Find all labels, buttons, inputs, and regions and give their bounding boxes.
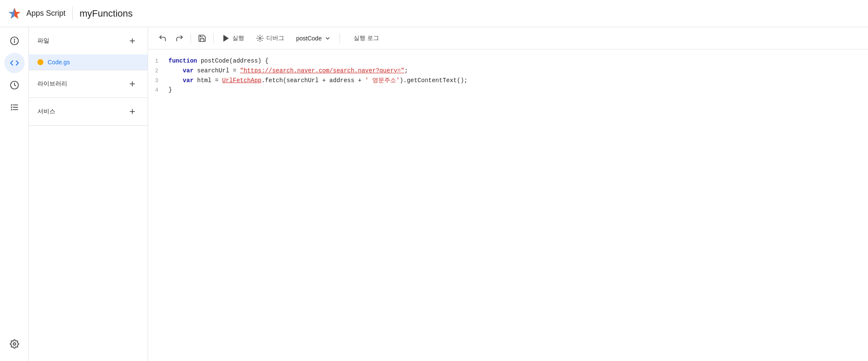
toolbar: 실행 디버그 postCode 실행 로그 bbox=[148, 27, 868, 49]
toolbar-divider-1 bbox=[191, 33, 191, 43]
log-button[interactable]: 실행 로그 bbox=[347, 31, 386, 46]
editor-area: 실행 디버그 postCode 실행 로그 bbox=[148, 27, 868, 361]
code-icon bbox=[10, 58, 19, 68]
trigger-icon-btn[interactable] bbox=[4, 75, 25, 95]
code-content-2: var searchUrl = "https://search.naver.co… bbox=[168, 66, 868, 75]
code-content-3: var html = UrlFetchApp.fetch(searchUrl +… bbox=[168, 76, 868, 85]
services-header: 서비스 bbox=[29, 98, 148, 125]
settings-icon-btn[interactable] bbox=[4, 334, 25, 354]
file-name-label: Code.gs bbox=[48, 59, 70, 66]
apps-script-logo-icon bbox=[7, 6, 22, 21]
info-icon-btn[interactable] bbox=[4, 31, 25, 51]
line-number-4: 4 bbox=[148, 86, 168, 95]
add-file-button[interactable] bbox=[126, 34, 139, 48]
code-editor[interactable]: 1 function postCode(address) { 2 var sea… bbox=[148, 49, 868, 361]
code-content-4: } bbox=[168, 85, 868, 95]
file-item-code-gs[interactable]: Code.gs bbox=[29, 54, 148, 70]
line-number-3: 3 bbox=[148, 77, 168, 86]
undo-button[interactable] bbox=[155, 31, 170, 46]
editor-icon-btn[interactable] bbox=[4, 53, 25, 73]
debug-button[interactable]: 디버그 bbox=[251, 31, 289, 46]
libraries-label: 라이브러리 bbox=[37, 80, 67, 88]
save-button[interactable] bbox=[194, 31, 210, 46]
execution-icon-btn[interactable] bbox=[4, 97, 25, 117]
files-section: 파일 Code.gs bbox=[29, 27, 148, 70]
run-button[interactable]: 실행 bbox=[217, 31, 249, 46]
file-dot-icon bbox=[37, 59, 43, 65]
toolbar-divider-2 bbox=[213, 33, 214, 43]
list-icon bbox=[10, 103, 19, 112]
function-selector-button[interactable]: postCode bbox=[291, 31, 336, 46]
log-label: 실행 로그 bbox=[354, 34, 379, 42]
icon-bar bbox=[0, 27, 29, 361]
files-label: 파일 bbox=[37, 37, 49, 45]
libraries-header: 라이브러리 bbox=[29, 70, 148, 97]
svg-marker-1 bbox=[14, 8, 20, 19]
libraries-section: 라이브러리 bbox=[29, 70, 148, 98]
sidebar: 파일 Code.gs 라이브러리 bbox=[29, 27, 148, 361]
code-line-2: 2 var searchUrl = "https://search.naver.… bbox=[148, 66, 868, 76]
run-label: 실행 bbox=[232, 34, 244, 42]
code-line-1: 1 function postCode(address) { bbox=[148, 56, 868, 66]
app-name-label: Apps Script bbox=[26, 9, 66, 18]
plus-icon bbox=[128, 80, 137, 88]
redo-button[interactable] bbox=[172, 31, 187, 46]
services-section: 서비스 bbox=[29, 98, 148, 126]
files-header: 파일 bbox=[29, 27, 148, 54]
svg-point-18 bbox=[259, 37, 261, 39]
line-number-2: 2 bbox=[148, 67, 168, 76]
svg-marker-17 bbox=[224, 35, 228, 41]
main-layout: 파일 Code.gs 라이브러리 bbox=[0, 27, 868, 361]
plus-icon bbox=[128, 37, 137, 45]
line-number-1: 1 bbox=[148, 57, 168, 66]
clock-icon bbox=[10, 80, 19, 90]
play-icon bbox=[222, 34, 230, 42]
project-name-label: myFunctions bbox=[80, 8, 133, 19]
add-library-button[interactable] bbox=[126, 77, 139, 91]
debug-icon bbox=[256, 34, 264, 42]
code-line-4: 4 } bbox=[148, 85, 868, 95]
gear-icon bbox=[10, 339, 19, 349]
header-divider bbox=[72, 7, 73, 20]
undo-icon bbox=[158, 34, 167, 43]
plus-icon bbox=[128, 107, 137, 116]
info-icon bbox=[10, 36, 19, 46]
code-line-3: 3 var html = UrlFetchApp.fetch(searchUrl… bbox=[148, 76, 868, 86]
function-name-label: postCode bbox=[296, 35, 322, 42]
logo-area: Apps Script bbox=[7, 6, 66, 21]
redo-icon bbox=[175, 34, 184, 43]
chevron-down-icon bbox=[324, 35, 331, 42]
debug-label: 디버그 bbox=[266, 34, 284, 42]
toolbar-divider-3 bbox=[340, 33, 340, 43]
add-service-button[interactable] bbox=[126, 105, 139, 118]
svg-marker-2 bbox=[9, 8, 14, 19]
services-label: 서비스 bbox=[37, 108, 55, 115]
top-header: Apps Script myFunctions bbox=[0, 0, 868, 27]
code-content-1: function postCode(address) { bbox=[168, 56, 868, 66]
svg-point-10 bbox=[13, 343, 16, 345]
save-icon bbox=[198, 34, 206, 43]
